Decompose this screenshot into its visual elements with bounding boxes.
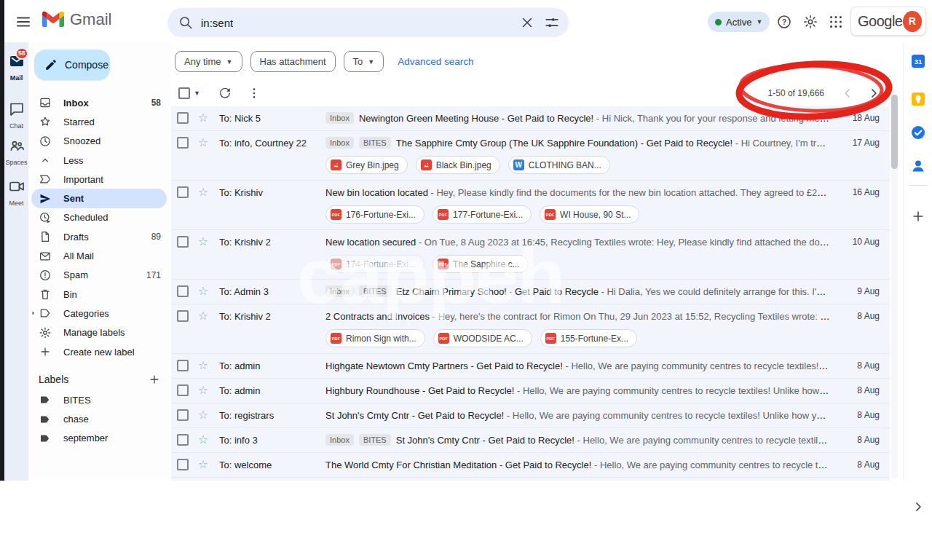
star-icon[interactable]: ☆ xyxy=(197,403,210,427)
search-input[interactable] xyxy=(201,17,510,29)
star-icon[interactable]: ☆ xyxy=(197,379,210,402)
email-row[interactable]: ☆To: registrarsSt John's Cmty Cntr - Get… xyxy=(171,403,890,428)
email-row[interactable]: ☆To: Krishiv 2New location secured - On … xyxy=(171,230,890,280)
email-row[interactable]: ☆To: welcomeThe World Cmty For Christian… xyxy=(171,453,890,478)
attachment-chip[interactable]: PDFWOODSIDE AC... xyxy=(433,329,532,347)
email-checkbox[interactable] xyxy=(177,360,189,371)
tasks-icon[interactable] xyxy=(909,124,927,141)
create-label-icon[interactable] xyxy=(148,373,161,386)
hide-side-panel-icon[interactable] xyxy=(911,500,925,514)
email-checkbox[interactable] xyxy=(177,409,189,421)
email-checkbox[interactable] xyxy=(177,186,189,198)
filter-chip-has-attachment[interactable]: Has attachment xyxy=(250,51,336,72)
search-options-icon[interactable] xyxy=(544,15,560,31)
star-icon[interactable]: ☆ xyxy=(197,230,210,253)
sidebar-item-label: Spam xyxy=(63,269,88,280)
attachment-chip[interactable]: WCLOTHING BAN... xyxy=(508,156,610,174)
select-all-checkbox[interactable] xyxy=(178,87,190,99)
sidebar-item-starred[interactable]: Starred xyxy=(28,112,171,131)
sidebar-item-manage-labels[interactable]: Manage labels xyxy=(28,323,171,342)
sidebar-item-bin[interactable]: Bin xyxy=(28,285,171,304)
rail-item-meet[interactable]: Meet xyxy=(4,178,28,207)
email-row[interactable]: ☆To: info 3InboxBITESSt John's Cmty Cntr… xyxy=(171,428,890,453)
email-checkbox[interactable] xyxy=(177,310,189,322)
search-icon[interactable] xyxy=(178,15,194,31)
star-icon[interactable]: ☆ xyxy=(197,304,210,328)
email-row[interactable]: ☆To: KrishivNew bin location located - H… xyxy=(171,181,890,230)
sidebar-item-categories[interactable]: Categories xyxy=(28,304,171,323)
rail-item-mail[interactable]: 58Mail xyxy=(4,52,28,82)
google-apps-grid-icon[interactable] xyxy=(828,14,844,30)
email-checkbox[interactable] xyxy=(177,236,189,248)
clear-search-icon[interactable] xyxy=(519,15,535,31)
compose-button[interactable]: Compose xyxy=(34,50,110,80)
attachment-chip[interactable]: PDF174-Fortune-Exi... xyxy=(325,255,424,273)
attachment-chip[interactable]: PDF176-Fortune-Exi... xyxy=(325,205,424,224)
sidebar-item-less[interactable]: Less xyxy=(28,151,171,170)
email-checkbox[interactable] xyxy=(177,137,189,149)
email-row[interactable]: ☆To: info, Courtney 22InboxBITESThe Sapp… xyxy=(171,131,890,181)
email-row[interactable]: ☆To: Nick 5InboxNewington Green Meeting … xyxy=(171,106,890,131)
email-row[interactable]: ☆To: adminHighgate Newtown Cmty Partners… xyxy=(171,354,890,379)
email-checkbox[interactable] xyxy=(177,459,189,470)
attachment-chip[interactable]: PDF155-Fortune-Ex... xyxy=(540,329,637,347)
sidebar-label-september[interactable]: september xyxy=(28,429,171,448)
sidebar-item-snoozed[interactable]: Snoozed xyxy=(28,132,171,151)
scrollbar-thumb[interactable] xyxy=(891,95,898,169)
advanced-search-link[interactable]: Advanced search xyxy=(398,56,473,67)
account-avatar[interactable]: R xyxy=(903,11,923,32)
sidebar-label-chase[interactable]: chase xyxy=(28,409,171,428)
sidebar-item-important[interactable]: Important xyxy=(28,170,171,189)
star-icon[interactable]: ☆ xyxy=(197,280,210,303)
attachment-chip[interactable]: Black Bin.jpeg xyxy=(416,156,500,174)
filter-chip-any-time[interactable]: Any time▼ xyxy=(175,51,242,72)
email-row[interactable]: ☆To: adminHighbury Roundhouse - Get Paid… xyxy=(171,379,890,403)
star-icon[interactable]: ☆ xyxy=(197,131,210,154)
attachment-chip[interactable]: PDF177-Fortune-Exi... xyxy=(433,205,532,224)
expand-caret-icon[interactable] xyxy=(30,307,37,320)
star-icon[interactable]: ☆ xyxy=(197,428,210,451)
email-checkbox[interactable] xyxy=(177,112,189,124)
sidebar-item-drafts[interactable]: Drafts89 xyxy=(28,227,171,246)
select-dropdown-icon[interactable]: ▼ xyxy=(194,90,200,97)
sidebar-item-spam[interactable]: Spam171 xyxy=(28,266,171,285)
star-icon[interactable]: ☆ xyxy=(197,453,210,476)
sidebar-item-sent[interactable]: Sent xyxy=(31,189,167,208)
keep-icon[interactable] xyxy=(909,90,927,108)
attachment-chip[interactable]: PDFRimon Sign with... xyxy=(325,329,425,347)
email-checkbox[interactable] xyxy=(177,285,189,297)
sidebar-label-bites[interactable]: BITES xyxy=(28,390,171,409)
filter-chip-to[interactable]: To▼ xyxy=(344,51,384,72)
email-checkbox[interactable] xyxy=(177,434,189,446)
email-row[interactable]: ☆To: wellbeingLift - Get Paid to Recycle… xyxy=(171,478,890,481)
star-icon[interactable]: ☆ xyxy=(197,478,210,481)
sidebar-item-scheduled[interactable]: Scheduled xyxy=(28,208,171,227)
email-row[interactable]: ☆To: Krishiv 22 Contracts and Invoices -… xyxy=(171,304,890,354)
star-icon[interactable]: ☆ xyxy=(197,354,210,377)
email-row[interactable]: ☆To: Admin 3InboxBITESEtz Chaim Primary … xyxy=(171,280,890,304)
rail-item-label: Meet xyxy=(4,200,28,207)
status-selector[interactable]: Active ▼ xyxy=(708,12,770,32)
attachment-chip[interactable]: Grey Bin.jpeg xyxy=(325,156,408,174)
search-bar[interactable] xyxy=(167,8,569,37)
settings-gear-icon[interactable] xyxy=(802,14,818,30)
attachment-chip[interactable]: PDFWI House, 90 St... xyxy=(540,205,639,224)
main-menu-icon[interactable] xyxy=(15,13,32,31)
add-icon[interactable] xyxy=(910,208,926,224)
older-page-icon[interactable] xyxy=(866,86,881,100)
star-icon[interactable]: ☆ xyxy=(197,181,210,204)
sidebar-item-create-new-label[interactable]: Create new label xyxy=(28,342,171,361)
rail-item-chat[interactable]: Chat xyxy=(4,100,28,130)
calendar-icon[interactable]: 31 xyxy=(909,52,927,70)
sidebar-item-inbox[interactable]: Inbox58 xyxy=(28,93,171,112)
contacts-icon[interactable] xyxy=(909,157,927,175)
newer-page-icon[interactable] xyxy=(840,86,855,100)
help-icon[interactable]: ? xyxy=(776,14,792,30)
rail-item-spaces[interactable]: Spaces xyxy=(4,137,28,166)
attachment-chip[interactable]: PDFThe Sapphire c... xyxy=(433,255,528,273)
refresh-icon[interactable] xyxy=(218,86,232,100)
email-checkbox[interactable] xyxy=(177,384,189,396)
more-options-icon[interactable] xyxy=(247,86,261,100)
star-icon[interactable]: ☆ xyxy=(197,106,210,130)
sidebar-item-all-mail[interactable]: All Mail xyxy=(28,246,171,265)
